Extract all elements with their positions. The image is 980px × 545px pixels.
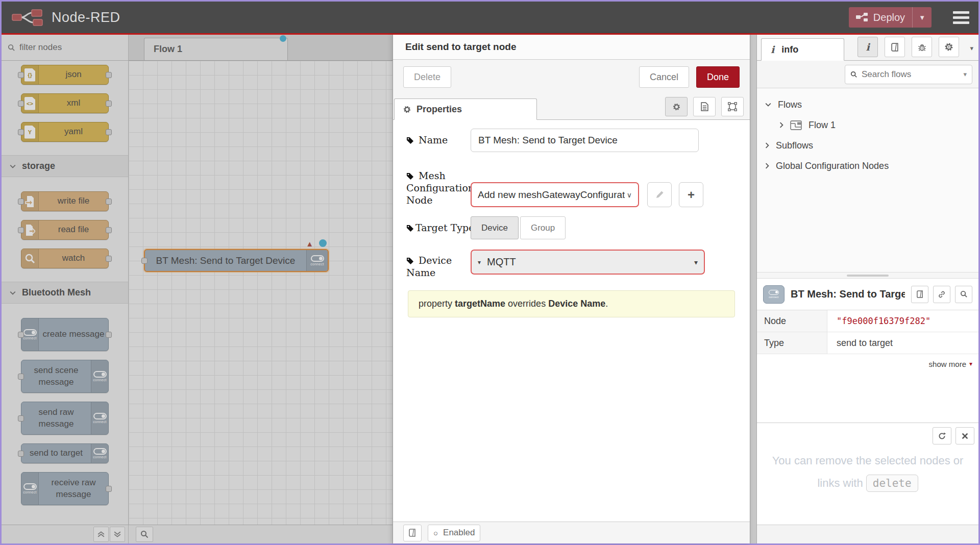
- output-port[interactable]: [106, 72, 112, 78]
- palette-node-watch[interactable]: watch: [21, 249, 109, 268]
- main-menu-button[interactable]: [953, 11, 969, 24]
- tab-info[interactable]: i info: [761, 38, 844, 61]
- canvas-node-send-to-target[interactable]: BT Mesh: Send to Target Device connect ▲: [144, 249, 329, 272]
- node-search-button[interactable]: [955, 286, 972, 303]
- target-type-group-button[interactable]: Group: [520, 216, 566, 239]
- tips-close-button[interactable]: [955, 427, 974, 444]
- appearance-frame-icon: [728, 102, 737, 111]
- node-enabled-toggle[interactable]: ○ Enabled: [428, 525, 480, 541]
- tab-properties[interactable]: Properties: [394, 98, 537, 120]
- chevron-down-icon: [10, 164, 16, 168]
- book-icon: [409, 529, 416, 537]
- output-port[interactable]: [106, 332, 112, 338]
- edit-config-button[interactable]: [647, 182, 672, 207]
- input-port[interactable]: [18, 374, 24, 380]
- tree-item-subflows[interactable]: Subflows: [757, 135, 978, 156]
- sidebar-help-button[interactable]: [885, 37, 905, 57]
- done-button[interactable]: Done: [696, 66, 740, 88]
- input-port[interactable]: [18, 199, 24, 205]
- output-port[interactable]: [106, 486, 112, 492]
- tips-refresh-button[interactable]: [933, 427, 951, 444]
- tree-item-flow-1[interactable]: Flow 1: [757, 115, 978, 135]
- category-label: storage: [22, 161, 55, 171]
- info-key: Node: [757, 310, 827, 332]
- palette-node-read-file[interactable]: read file: [21, 220, 109, 240]
- input-port[interactable]: [18, 227, 24, 233]
- input-port[interactable]: [18, 129, 24, 135]
- search-icon: [960, 290, 968, 298]
- palette-filter: [2, 35, 128, 61]
- connect-toggle-icon: connect: [91, 444, 108, 463]
- palette-node-json[interactable]: {} json: [21, 65, 109, 85]
- show-more-link[interactable]: show more▾: [757, 354, 978, 374]
- chevron-right-icon[interactable]: [779, 122, 783, 128]
- output-port[interactable]: [106, 227, 112, 233]
- read-file-icon: [21, 220, 39, 239]
- node-help-button[interactable]: [911, 286, 928, 303]
- output-port[interactable]: [106, 199, 112, 205]
- device-name-select[interactable]: ▾ MQTT ▾: [471, 250, 705, 275]
- node-description-button[interactable]: [403, 525, 422, 541]
- cancel-button[interactable]: Cancel: [639, 66, 689, 88]
- target-type-device-button[interactable]: Device: [471, 216, 519, 239]
- palette-node-write-file[interactable]: write file: [21, 191, 109, 211]
- deploy-button-main[interactable]: Deploy: [849, 12, 912, 23]
- edit-description-button[interactable]: [693, 97, 716, 116]
- node-appearance-button[interactable]: [721, 97, 744, 116]
- palette-node-yaml[interactable]: Y yaml: [21, 122, 109, 142]
- output-port[interactable]: [106, 101, 112, 107]
- sidebar-resize-handle[interactable]: [757, 272, 978, 279]
- search-flows-box[interactable]: ▾: [845, 65, 972, 84]
- deploy-label: Deploy: [873, 12, 905, 23]
- sidebar-config-button[interactable]: [939, 37, 959, 57]
- palette-filter-input[interactable]: [19, 42, 111, 53]
- output-port[interactable]: [106, 129, 112, 135]
- palette-node-send-scene-message[interactable]: send scene message connect: [21, 360, 109, 393]
- palette-category-storage[interactable]: storage: [2, 155, 128, 177]
- palette-scroll[interactable]: {} json <> xml Y yaml storage: [2, 61, 128, 525]
- expand-all-button[interactable]: [110, 527, 125, 542]
- node-link-button[interactable]: [933, 286, 950, 303]
- chevron-right-icon[interactable]: [765, 142, 769, 148]
- zoom-search-button[interactable]: [136, 527, 153, 542]
- collapse-all-button[interactable]: [93, 527, 109, 542]
- palette-node-create-message[interactable]: connect create message: [21, 318, 109, 351]
- mesh-config-value: Add new meshGatewayConfigurat: [478, 189, 625, 201]
- deploy-button[interactable]: Deploy ▼: [849, 7, 932, 28]
- header: Node-RED Deploy ▼: [2, 2, 978, 33]
- chevron-down-icon[interactable]: [765, 103, 771, 107]
- input-port[interactable]: [18, 101, 24, 107]
- add-config-button[interactable]: +: [679, 182, 703, 207]
- input-port[interactable]: [18, 415, 24, 422]
- palette-node-send-to-target[interactable]: send to target connect: [21, 443, 109, 463]
- select-caret-icon: ∨: [627, 191, 632, 199]
- palette-node-receive-raw-message[interactable]: connect receive raw message: [21, 472, 109, 505]
- input-port[interactable]: [18, 72, 24, 78]
- flow-canvas[interactable]: BT Mesh: Send to Target Device connect ▲: [129, 61, 393, 525]
- info-value-node-id: "f9e000f16379f282": [827, 310, 978, 332]
- tab-flow-1[interactable]: Flow 1: [144, 38, 288, 60]
- tree-item-flows[interactable]: Flows: [757, 94, 978, 115]
- edit-properties-button[interactable]: [665, 97, 688, 116]
- input-port[interactable]: [18, 332, 24, 338]
- deploy-options-caret[interactable]: ▼: [912, 7, 932, 28]
- search-flows-input[interactable]: [862, 69, 959, 80]
- sidebar-info-button[interactable]: i: [857, 37, 878, 57]
- delete-button[interactable]: Delete: [403, 66, 451, 88]
- name-input[interactable]: [471, 129, 699, 152]
- node-error-triangle: ▲: [306, 240, 313, 247]
- tree-item-global-config[interactable]: Global Configuration Nodes: [757, 156, 978, 176]
- search-options-caret[interactable]: ▾: [963, 70, 967, 78]
- mesh-config-select[interactable]: Add new meshGatewayConfigurat ∨: [471, 182, 639, 207]
- chevron-right-icon[interactable]: [765, 163, 769, 169]
- input-port[interactable]: [18, 451, 24, 457]
- flow-icon: [790, 120, 802, 130]
- palette-category-bluetooth-mesh[interactable]: Bluetooth Mesh: [2, 282, 128, 304]
- output-port[interactable]: [106, 256, 112, 262]
- input-port[interactable]: [141, 258, 148, 264]
- palette-node-send-raw-message[interactable]: send raw message connect: [21, 402, 109, 435]
- sidebar-options-caret[interactable]: ▾: [970, 44, 973, 52]
- sidebar-spacer: [757, 374, 978, 423]
- palette-node-xml[interactable]: <> xml: [21, 93, 109, 113]
- sidebar-debug-button[interactable]: [912, 37, 932, 57]
